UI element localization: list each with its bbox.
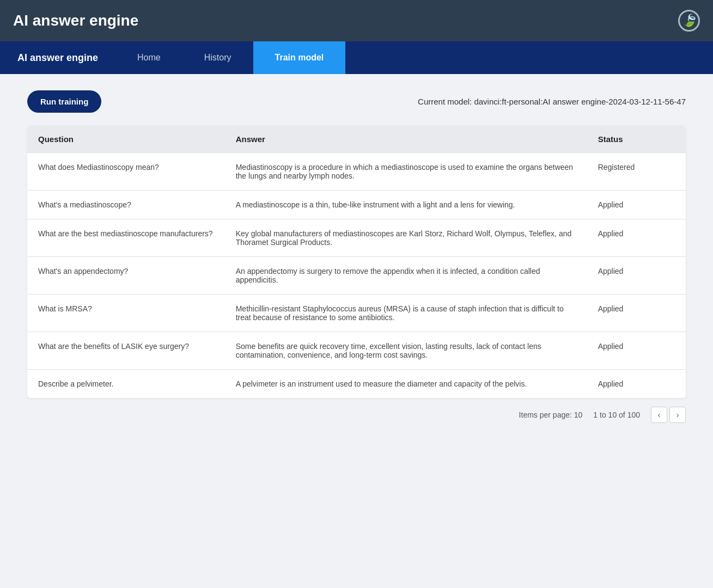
table-header: Question Answer Status — [27, 126, 686, 153]
cell-status: Applied — [587, 219, 686, 257]
run-training-button[interactable]: Run training — [27, 90, 101, 113]
cell-question: What does Mediastinoscopy mean? — [27, 153, 225, 191]
cell-status: Applied — [587, 370, 686, 399]
cell-answer: Some benefits are quick recovery time, e… — [225, 332, 587, 370]
table-row: What's a mediastinoscope?A mediastinosco… — [27, 191, 686, 219]
nav-link-home[interactable]: Home — [115, 41, 182, 74]
col-header-question: Question — [27, 126, 225, 153]
cell-question: What are the best mediastinoscope manufa… — [27, 219, 225, 257]
nav-bar: AI answer engine Home History Train mode… — [0, 41, 713, 74]
table-row: What is MRSA?Methicillin-resistant Staph… — [27, 295, 686, 332]
table-row: What does Mediastinoscopy mean?Mediastin… — [27, 153, 686, 191]
cell-answer: An appendectomy is surgery to remove the… — [225, 257, 587, 295]
pagination-buttons: ‹ › — [651, 407, 686, 423]
cell-status: Applied — [587, 295, 686, 332]
cell-question: What are the benefits of LASIK eye surge… — [27, 332, 225, 370]
cell-status: Applied — [587, 257, 686, 295]
app-logo-icon: 🍃 — [678, 10, 700, 32]
cell-status: Registered — [587, 153, 686, 191]
table-row: Describe a pelvimeter. A pelvimeter is a… — [27, 370, 686, 399]
table-header-row: Question Answer Status — [27, 126, 686, 153]
cell-answer: A pelvimeter is an instrument used to me… — [225, 370, 587, 399]
current-model-label: Current model: davinci:ft-personal:AI an… — [418, 97, 686, 106]
nav-links: Home History Train model — [115, 41, 345, 74]
cell-answer: Mediastinoscopy is a procedure in which … — [225, 153, 587, 191]
table-row: What are the best mediastinoscope manufa… — [27, 219, 686, 257]
items-per-page: Items per page: 10 — [519, 411, 583, 419]
qa-table: Question Answer Status What does Mediast… — [27, 126, 686, 398]
page-range: 1 to 10 of 100 — [593, 411, 640, 419]
app-title: AI answer engine — [13, 12, 138, 29]
cell-answer: A mediastinoscope is a thin, tube-like i… — [225, 191, 587, 219]
next-page-button[interactable]: › — [669, 407, 686, 423]
pagination-row: Items per page: 10 1 to 10 of 100 ‹ › — [27, 398, 686, 432]
table-body: What does Mediastinoscopy mean?Mediastin… — [27, 153, 686, 399]
table-row: What's an appendectomy?An appendectomy i… — [27, 257, 686, 295]
cell-question: Describe a pelvimeter. — [27, 370, 225, 399]
col-header-status: Status — [587, 126, 686, 153]
cell-answer: Methicillin-resistant Staphylococcus aur… — [225, 295, 587, 332]
cell-status: Applied — [587, 332, 686, 370]
top-header: AI answer engine 🍃 — [0, 0, 713, 41]
nav-brand: AI answer engine — [0, 41, 115, 74]
action-row: Run training Current model: davinci:ft-p… — [27, 90, 686, 113]
prev-page-button[interactable]: ‹ — [651, 407, 667, 423]
nav-link-history[interactable]: History — [182, 41, 253, 74]
cell-question: What is MRSA? — [27, 295, 225, 332]
cell-status: Applied — [587, 191, 686, 219]
cell-answer: Key global manufacturers of mediastinosc… — [225, 219, 587, 257]
nav-link-train-model[interactable]: Train model — [253, 41, 346, 74]
table-row: What are the benefits of LASIK eye surge… — [27, 332, 686, 370]
cell-question: What's a mediastinoscope? — [27, 191, 225, 219]
main-content: Run training Current model: davinci:ft-p… — [0, 74, 713, 448]
cell-question: What's an appendectomy? — [27, 257, 225, 295]
col-header-answer: Answer — [225, 126, 587, 153]
